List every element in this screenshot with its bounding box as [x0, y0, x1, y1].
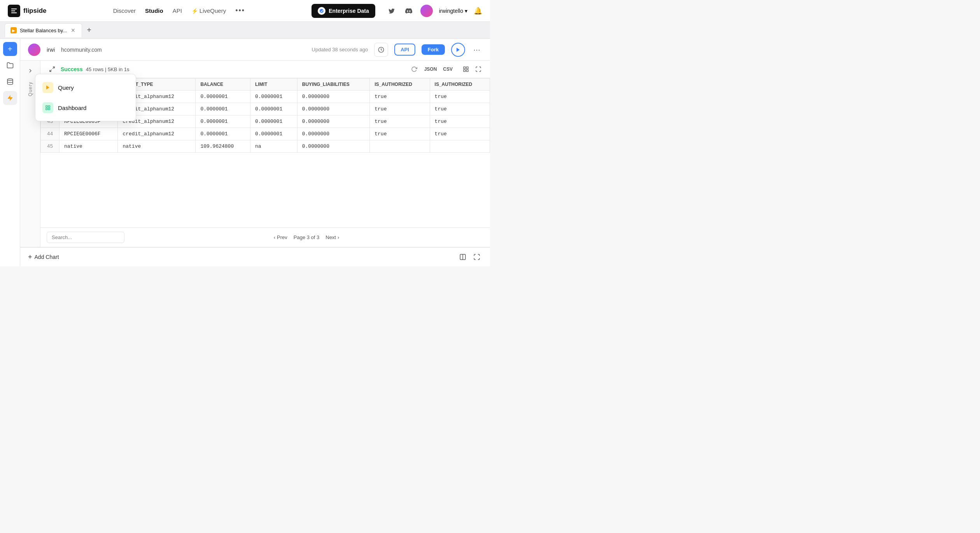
main-layout: + irwi hcommunity.com Updated 38 seconds… — [0, 39, 490, 266]
tabbar: ▶ Stellar Balances by... ✕ + — [0, 22, 490, 39]
nav-studio[interactable]: Studio — [145, 7, 163, 14]
nav-more[interactable]: ••• — [235, 7, 245, 15]
cell-balance: 0.0000001 — [196, 115, 250, 128]
json-format-button[interactable]: JSON — [423, 66, 439, 73]
cell-is-authorized-2: true — [430, 103, 490, 115]
side-panel-query-label: Query — [28, 82, 33, 96]
query-header: irwi hcommunity.com Updated 38 seconds a… — [20, 39, 490, 61]
dropdown-dashboard-label: Dashboard — [58, 105, 86, 111]
refresh-button[interactable] — [409, 64, 420, 75]
cell-limit: na — [250, 140, 297, 153]
csv-format-button[interactable]: CSV — [441, 66, 454, 73]
active-tab[interactable]: ▶ Stellar Balances by... ✕ — [5, 23, 82, 37]
svg-rect-13 — [48, 108, 50, 110]
col-header-balance[interactable]: BALANCE — [196, 79, 250, 91]
bell-icon[interactable]: 🔔 — [474, 7, 482, 15]
cell-limit: 0.0000001 — [250, 103, 297, 115]
col-header-buying-liabilities[interactable]: BUYING_LIABILITIES — [297, 79, 369, 91]
col-header-limit[interactable]: LIMIT — [250, 79, 297, 91]
lightning-icon: ⚡ — [191, 8, 198, 14]
cell-is-authorized-2: true — [430, 91, 490, 103]
row-num: 44 — [41, 128, 60, 140]
svg-rect-6 — [466, 67, 468, 69]
results-meta: 45 rows | 5KB in 1s — [86, 66, 130, 72]
cell-asset-code: native — [60, 140, 118, 153]
nav-api[interactable]: API — [173, 7, 182, 14]
run-button[interactable] — [451, 43, 465, 57]
community-link[interactable]: hcommunity.com — [61, 47, 102, 53]
query-author-avatar — [28, 44, 40, 56]
fullscreen-results-button[interactable] — [473, 64, 484, 75]
table-row: 45 native native 109.9624800 na 0.000000… — [41, 140, 490, 153]
add-chart-button[interactable]: + Add Chart — [28, 253, 59, 261]
sidebar-database-button[interactable] — [3, 75, 17, 89]
cell-asset-type: credit_alphanum12 — [118, 128, 196, 140]
row-num: 45 — [41, 140, 60, 153]
pagination: ‹ Prev Page 3 of 3 Next › — [129, 233, 484, 242]
chevron-down-icon: ▾ — [465, 8, 467, 14]
history-button[interactable] — [374, 43, 388, 57]
cell-buying-liabilities: 0.0000000 — [297, 103, 369, 115]
expand-results-button[interactable] — [47, 64, 58, 75]
nav-discover[interactable]: Discover — [113, 7, 136, 14]
grid-view-button[interactable] — [460, 64, 471, 75]
fullscreen-button[interactable] — [471, 252, 482, 262]
new-item-dropdown: Query Dashboard — [35, 74, 136, 121]
user-avatar[interactable] — [420, 5, 433, 17]
cell-buying-liabilities: 0.0000000 — [297, 128, 369, 140]
plus-icon: + — [28, 253, 32, 261]
cell-limit: 0.0000001 — [250, 91, 297, 103]
user-name[interactable]: irwingtello ▾ — [439, 8, 467, 14]
content-area: irwi hcommunity.com Updated 38 seconds a… — [20, 39, 490, 266]
sidebar-lightning-button[interactable] — [3, 91, 17, 105]
dropdown-dashboard-icon — [42, 102, 53, 113]
dropdown-query-item[interactable]: Query — [35, 77, 136, 98]
api-button[interactable]: API — [394, 44, 415, 56]
svg-rect-12 — [48, 106, 50, 107]
nav-livequery[interactable]: ⚡ LiveQuery — [191, 7, 226, 14]
more-options-button[interactable]: ⋯ — [471, 44, 482, 55]
dropdown-query-icon — [42, 82, 53, 93]
tab-query-icon: ▶ — [10, 27, 17, 33]
svg-rect-8 — [464, 70, 466, 72]
enterprise-button[interactable]: Enterprise Data — [312, 4, 375, 18]
cell-is-authorized-2 — [430, 140, 490, 153]
prev-chevron-icon: ‹ — [274, 234, 275, 240]
cell-is-authorized-1 — [370, 140, 430, 153]
svg-rect-5 — [464, 67, 466, 69]
logo[interactable]: flipside — [8, 5, 47, 17]
svg-point-1 — [7, 79, 13, 81]
cell-balance: 0.0000001 — [196, 103, 250, 115]
table-footer: ‹ Prev Page 3 of 3 Next › — [40, 227, 490, 247]
table-search-input[interactable] — [47, 232, 124, 243]
next-chevron-icon: › — [338, 234, 339, 240]
cell-asset-code: RPCIEGE0006F — [60, 128, 118, 140]
col-header-is-authorized-2[interactable]: IS_AUTHORIZED — [430, 79, 490, 91]
new-item-button[interactable]: + — [3, 42, 17, 56]
tab-close-button[interactable]: ✕ — [70, 27, 76, 33]
svg-line-3 — [52, 67, 54, 69]
nav-links: Discover Studio API ⚡ LiveQuery ••• — [58, 7, 301, 15]
topnav: flipside Discover Studio API ⚡ LiveQuery… — [0, 0, 490, 22]
cell-is-authorized-1: true — [370, 115, 430, 128]
cell-is-authorized-2: true — [430, 128, 490, 140]
sidebar-folder-button[interactable] — [3, 58, 17, 72]
col-header-is-authorized-1[interactable]: IS_AUTHORIZED — [370, 79, 430, 91]
cell-limit: 0.0000001 — [250, 128, 297, 140]
cell-is-authorized-1: true — [370, 91, 430, 103]
cell-asset-type: native — [118, 140, 196, 153]
cell-is-authorized-1: true — [370, 128, 430, 140]
table-row: 44 RPCIEGE0006F credit_alphanum12 0.0000… — [41, 128, 490, 140]
next-page-button[interactable]: Next › — [322, 233, 342, 242]
twitter-icon[interactable] — [386, 5, 397, 16]
dropdown-dashboard-item[interactable]: Dashboard — [35, 98, 136, 118]
cell-is-authorized-1: true — [370, 103, 430, 115]
svg-line-4 — [50, 70, 52, 72]
dropdown-query-label: Query — [58, 84, 74, 91]
fork-button[interactable]: Fork — [422, 44, 445, 55]
split-layout-button[interactable] — [457, 252, 468, 262]
cell-balance: 109.9624800 — [196, 140, 250, 153]
prev-page-button[interactable]: ‹ Prev — [271, 233, 290, 242]
discord-icon[interactable] — [403, 5, 414, 16]
add-tab-button[interactable]: + — [84, 25, 94, 36]
